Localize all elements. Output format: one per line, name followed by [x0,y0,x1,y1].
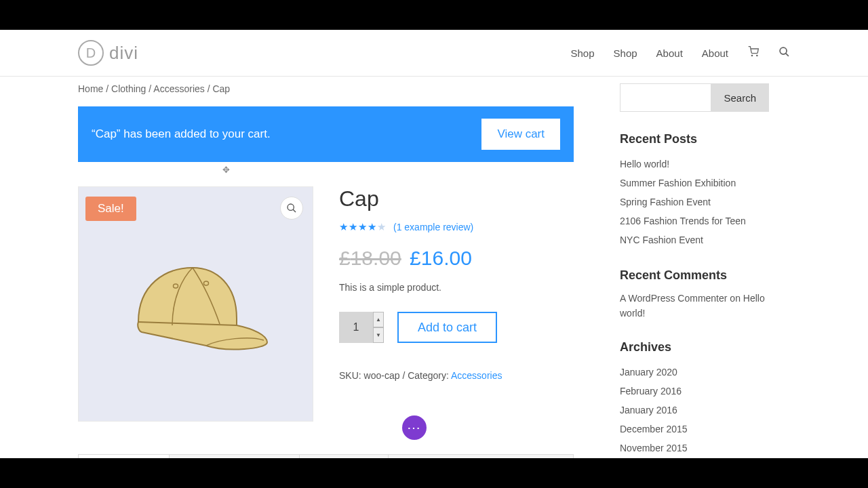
svg-point-2 [780,47,787,54]
breadcrumb-current: Cap [212,83,230,94]
comment-on-text: on [727,293,743,304]
fab-more-button[interactable]: ⋯ [402,415,427,440]
product-gallery[interactable]: Sale! [78,186,313,422]
product-meta: SKU: woo-cap / Category: Accessories [339,370,574,381]
star-rating: ★★★★★ [339,221,387,233]
sale-badge: Sale! [85,197,136,221]
archives-widget: Archives January 2020 February 2016 Janu… [620,340,769,458]
svg-line-3 [786,53,789,56]
svg-point-4 [288,204,294,210]
quantity-stepper[interactable]: 1 ▲ ▼ [339,312,384,343]
archive-link[interactable]: December 2015 [620,424,688,434]
main-column: Home / Clothing / Accessories / Cap “Cap… [78,83,574,488]
view-cart-button[interactable]: View cart [481,119,560,150]
sku-label: SKU: [339,370,364,381]
recent-post-link[interactable]: Spring Fashion Event [620,197,711,207]
search-button[interactable]: Search [711,83,769,112]
svg-point-1 [757,55,757,56]
svg-point-0 [751,55,752,56]
logo-letter: D [78,40,104,66]
nav-about-1[interactable]: About [656,47,683,59]
breadcrumb-home[interactable]: Home [78,83,103,94]
cart-icon[interactable] [747,46,760,60]
old-price: £18.00 [339,247,401,269]
archive-link[interactable]: January 2016 [620,405,677,415]
category-link[interactable]: Accessories [451,370,502,381]
breadcrumb-accessories[interactable]: Accessories [153,83,204,94]
added-to-cart-notice: “Cap” has been added to your cart. View … [78,106,574,162]
recent-posts-title: Recent Posts [620,132,769,146]
recent-post-link[interactable]: Summer Fashion Exhibition [620,178,736,188]
archive-link[interactable]: January 2020 [620,367,677,378]
breadcrumb-sep: / [103,83,111,94]
list-item: January 2020 [620,363,769,382]
list-item: November 2015 [620,439,769,458]
list-item: February 2016 [620,382,769,401]
recent-comment: A WordPress Commenter on Hello world! [620,291,769,321]
move-cursor-icon: ✥ [222,165,230,175]
breadcrumb-sep: / [205,83,213,94]
letterbox-bottom [0,458,868,488]
list-item: Summer Fashion Exhibition [620,174,769,192]
qty-down-button[interactable]: ▼ [373,327,384,343]
add-to-cart-row: 1 ▲ ▼ Add to cart [339,312,574,343]
breadcrumb-sep: / [146,83,153,94]
nav-shop-1[interactable]: Shop [571,47,595,59]
list-item: January 2016 [620,401,769,420]
site-header: D divi Shop Shop About About [0,30,868,77]
meta-sep: / [400,370,408,381]
nav-about-2[interactable]: About [702,47,728,59]
comment-author-link[interactable]: A WordPress Commenter [620,293,727,304]
product-summary: Cap ★★★★★ (1 example review) £18.00 £16.… [339,186,574,422]
page-content: Home / Clothing / Accessories / Cap “Cap… [0,77,868,488]
add-to-cart-button[interactable]: Add to cart [397,312,497,343]
list-item: NYC Fashion Event [620,230,769,249]
sale-price: £16.00 [410,247,472,269]
recent-comments-widget: Recent Comments A WordPress Commenter on… [620,268,769,321]
short-description: This is a simple product. [339,282,574,293]
quantity-value: 1 [339,321,373,333]
recent-post-link[interactable]: Hello world! [620,159,669,169]
recent-posts-widget: Recent Posts Hello world! Summer Fashion… [620,132,769,249]
search-icon[interactable] [778,46,790,60]
sku-value: woo-cap [364,370,400,381]
list-item: Spring Fashion Event [620,192,769,211]
search-input[interactable] [620,83,711,112]
nav-shop-2[interactable]: Shop [614,47,637,59]
price: £18.00 £16.00 [339,247,574,270]
site-logo[interactable]: D divi [78,40,138,66]
search-widget: Search [620,83,769,112]
list-item: December 2015 [620,420,769,439]
primary-nav: Shop Shop About About [571,46,791,60]
archive-link[interactable]: November 2015 [620,443,688,453]
reviews-link[interactable]: (1 example review) [393,222,473,232]
zoom-icon[interactable] [280,197,303,220]
breadcrumb: Home / Clothing / Accessories / Cap [78,83,574,94]
product-image [118,258,274,359]
sidebar: Search Recent Posts Hello world! Summer … [620,83,769,488]
recent-post-link[interactable]: 2106 Fashion Trends for Teen [620,216,746,226]
archives-title: Archives [620,340,769,354]
list-item: 2106 Fashion Trends for Teen [620,211,769,230]
logo-text: divi [109,43,138,64]
breadcrumb-clothing[interactable]: Clothing [111,83,146,94]
list-item: Hello world! [620,155,769,174]
svg-line-5 [293,209,296,212]
notice-text: “Cap” has been added to your cart. [92,127,271,141]
product-title: Cap [339,186,574,211]
product-row: Sale! Cap ★★★★★ (1 examp [78,186,574,422]
category-label: Category: [408,370,451,381]
letterbox-top [0,0,868,30]
archive-link[interactable]: February 2016 [620,386,682,396]
rating-row: ★★★★★ (1 example review) [339,221,574,233]
recent-post-link[interactable]: NYC Fashion Event [620,235,703,245]
recent-comments-title: Recent Comments [620,268,769,283]
qty-up-button[interactable]: ▲ [373,312,384,327]
